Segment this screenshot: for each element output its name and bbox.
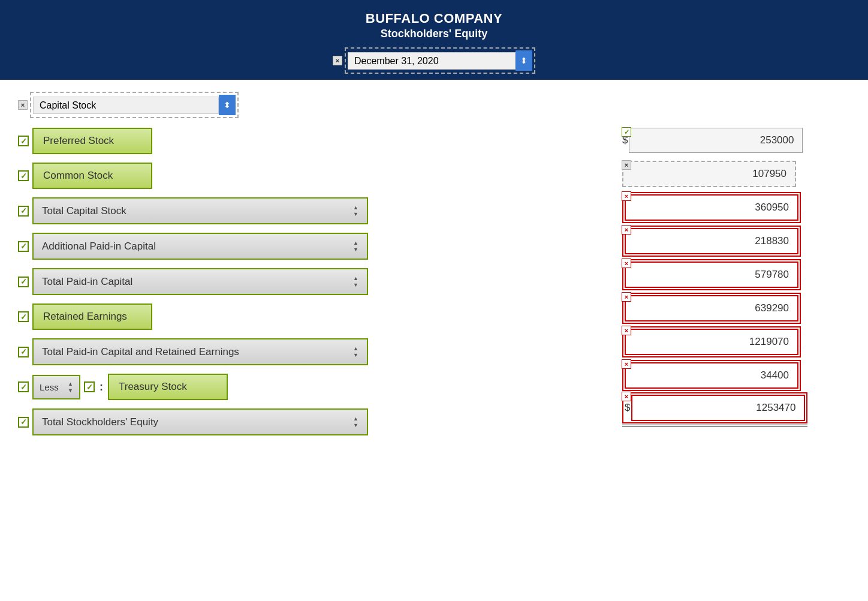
total-paid-retained-value-row: × 1219070 [622,329,850,354]
total-paid-value-wrapper: × 579780 [622,259,801,290]
total-stockholders-dollar: $ [625,402,630,414]
total-paid-retained-dropdown[interactable]: Total Paid-in Capital and Retained Earni… [32,338,368,365]
total-stockholders-dropdown[interactable]: Total Stockholders' Equity ▲▼ [32,408,368,435]
treasury-stock-row: ✓ Less ▲▼ ✓ : Treasury Stock [18,374,390,400]
total-capital-value: 360950 [625,194,798,221]
additional-paid-checkbox[interactable]: ✓ [18,241,29,252]
capital-stock-spinner[interactable]: ⬍ [219,95,236,115]
total-capital-stock-label: Total Capital Stock [42,205,126,217]
date-spinner-button[interactable]: ⬍ [516,50,532,71]
total-capital-checkbox[interactable]: ✓ [18,206,29,217]
total-stockholders-value: 1253470 [631,395,805,421]
retained-earnings-row: ✓ Retained Earnings [18,303,390,330]
treasury-value-row: × 34400 [622,363,850,388]
treasury-stock-checkbox[interactable]: ✓ [18,381,29,392]
total-paid-retained-row: ✓ Total Paid-in Capital and Retained Ear… [18,338,390,365]
capital-stock-container: Capital Stock ⬍ [30,92,239,118]
less-label: Less [40,382,59,392]
retained-value-wrapper: × 639290 [622,293,801,324]
capital-stock-row: × Capital Stock ⬍ [18,92,850,118]
total-paid-retained-value: 1219070 [625,329,798,355]
total-paid-retained-arrows: ▲▼ [353,345,358,358]
total-paid-arrows: ▲▼ [353,275,358,288]
date-select-input[interactable]: December 31, 2020 [348,52,516,70]
treasury-stock-label: Treasury Stock [108,374,228,400]
common-close-corner[interactable]: × [622,160,631,170]
separator-colon: : [100,381,103,393]
total-stockholders-checkbox[interactable]: ✓ [18,417,29,428]
treasury-red-x[interactable]: × [622,359,631,369]
total-stockholders-red-x[interactable]: × [622,392,631,401]
preferred-value-row: ✓ $ 253000 [622,128,850,153]
total-paid-value: 579780 [625,262,798,288]
retained-earnings-checkbox[interactable]: ✓ [18,311,29,322]
preferred-stock-label: Preferred Stock [32,128,152,154]
treasury-value-wrapper: × 34400 [622,360,801,391]
capital-stock-close[interactable]: × [18,100,28,110]
date-close-button[interactable]: × [333,56,342,65]
retained-earnings-label: Retained Earnings [32,303,152,330]
total-paid-retained-checkbox[interactable]: ✓ [18,347,29,357]
common-stock-value: 107950 [622,161,796,187]
total-capital-value-row: × 360950 [622,195,850,220]
less-arrows: ▲▼ [68,381,73,393]
total-capital-value-wrapper: × 360950 [622,192,801,223]
total-stockholders-label: Total Stockholders' Equity [42,416,158,428]
total-stockholders-arrows: ▲▼ [353,416,358,428]
report-title: Stockholders' Equity [6,28,862,40]
total-capital-stock-row: ✓ Total Capital Stock ▲▼ [18,197,390,224]
total-capital-arrows: ▲▼ [353,205,358,217]
total-paid-label: Total Paid-in Capital [42,276,132,288]
total-paid-retained-red-x[interactable]: × [622,326,631,335]
total-stockholders-value-wrapper: × $ 1253470 [622,392,807,426]
additional-paid-row: ✓ Additional Paid-in Capital ▲▼ [18,233,390,260]
additional-paid-dropdown[interactable]: Additional Paid-in Capital ▲▼ [32,233,368,260]
retained-value-row: × 639290 [622,296,850,321]
total-paid-red-x[interactable]: × [622,259,631,268]
common-stock-row: ✓ Common Stock [18,163,390,189]
total-paid-retained-label: Total Paid-in Capital and Retained Earni… [42,346,239,358]
preferred-value-wrapper: ✓ $ 253000 [622,128,803,153]
capital-stock-select[interactable]: Capital Stock [33,97,219,114]
additional-paid-red-x[interactable]: × [622,225,631,235]
total-stockholders-row: ✓ Total Stockholders' Equity ▲▼ [18,408,390,435]
main-content: × Capital Stock ⬍ ✓ Preferred Stock ✓ Co… [0,80,868,456]
treasury-inner-checkbox[interactable]: ✓ [84,381,95,392]
common-value-row: × 107950 [622,161,850,187]
two-column-layout: ✓ Preferred Stock ✓ Common Stock ✓ Total… [18,128,850,444]
preferred-stock-checkbox[interactable]: ✓ [18,136,29,146]
additional-paid-value-wrapper: × 218830 [622,226,801,257]
total-capital-red-x[interactable]: × [622,191,631,201]
less-dropdown[interactable]: Less ▲▼ [32,375,80,399]
header: BUFFALO COMPANY Stockholders' Equity × D… [0,0,868,80]
total-capital-stock-dropdown[interactable]: Total Capital Stock ▲▼ [32,197,368,224]
additional-paid-value-row: × 218830 [622,229,850,254]
common-stock-checkbox[interactable]: ✓ [18,170,29,181]
total-stockholders-value-row: × $ 1253470 [622,396,850,422]
retained-red-x[interactable]: × [622,292,631,302]
right-column: ✓ $ 253000 × 107950 × [622,128,850,430]
common-stock-label: Common Stock [32,163,152,189]
retained-earnings-value: 639290 [625,295,798,321]
left-column: ✓ Preferred Stock ✓ Common Stock ✓ Total… [18,128,390,444]
date-selector-container: December 31, 2020 ⬍ [345,47,535,74]
total-paid-retained-value-wrapper: × 1219070 [622,326,801,357]
total-paid-row: ✓ Total Paid-in Capital ▲▼ [18,268,390,295]
total-paid-value-row: × 579780 [622,262,850,287]
common-value-wrapper: × 107950 [622,161,796,187]
company-name: BUFFALO COMPANY [6,11,862,26]
additional-paid-value: 218830 [625,228,798,254]
treasury-stock-value: 34400 [625,362,798,389]
total-paid-checkbox[interactable]: ✓ [18,277,29,287]
total-paid-dropdown[interactable]: Total Paid-in Capital ▲▼ [32,268,368,295]
preferred-stock-row: ✓ Preferred Stock [18,128,390,154]
preferred-stock-value: 253000 [629,128,803,153]
additional-paid-label: Additional Paid-in Capital [42,241,156,253]
preferred-check-corner[interactable]: ✓ [622,127,631,137]
additional-paid-arrows: ▲▼ [353,240,358,253]
